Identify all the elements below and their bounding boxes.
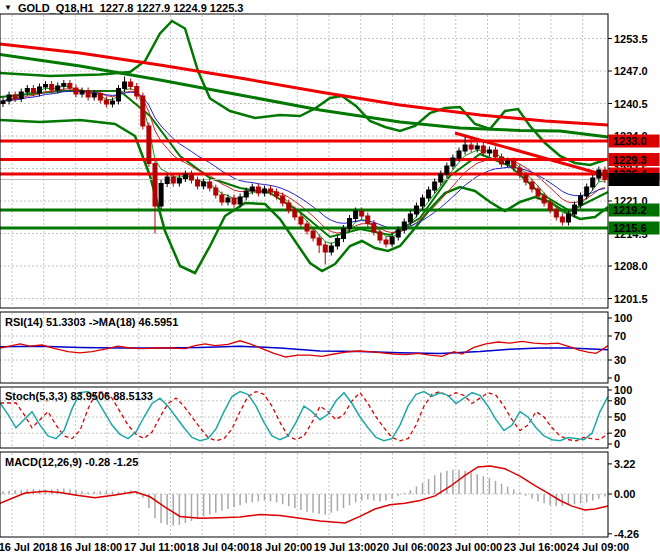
price-axis-label: 1247.0: [614, 65, 648, 77]
price-axis-label: 30: [614, 354, 626, 366]
chart-canvas[interactable]: 1253.51247.01240.51234.01227.51221.01214…: [0, 0, 660, 560]
price-axis[interactable]: 1253.51247.01240.51234.01227.51221.01214…: [608, 33, 648, 540]
price-axis-label: 1208.0: [614, 260, 648, 272]
price-axis-label: 1253.5: [614, 33, 648, 45]
trading-chart-window: 1253.51247.01240.51234.01227.51221.01214…: [0, 0, 660, 560]
stochastic-indicator-label: Stoch(5,3,3) 83.9506 88.5133: [5, 390, 153, 402]
rsi-indicator-label: RSI(14) 51.3303 ->MA(18) 46.5951: [5, 316, 178, 328]
time-axis-label: 17 Jul 11:00: [124, 541, 186, 553]
price-axis-label: 1240.5: [614, 98, 648, 110]
chart-symbol-label: GOLD_Q18,H1: [18, 2, 94, 14]
time-axis-label: 18 Jul 04:00: [187, 541, 249, 553]
price-level-lines[interactable]: [0, 133, 608, 228]
symbol-dropdown-icon[interactable]: ▼: [4, 4, 12, 12]
time-axis-label: 16 Jul 2018: [0, 541, 57, 553]
price-badge-label: 1233.0: [613, 135, 647, 147]
time-axis-label: 24 Jul 09:00: [567, 541, 629, 553]
price-badge-label: 1215.6: [613, 222, 647, 234]
macd-indicator-label: MACD(12,26,9) -0.28 -1.25: [5, 456, 138, 468]
time-axis-label: 23 Jul 00:00: [440, 541, 502, 553]
chart-ohlc-values: 1227.8 1227.9 1224.9 1225.3: [100, 2, 244, 14]
time-axis-label: 19 Jul 13:00: [314, 541, 376, 553]
price-axis-label: 0.00: [614, 488, 635, 500]
price-badge-label: 1225.3: [613, 174, 647, 186]
time-axis-label: 18 Jul 20:00: [250, 541, 312, 553]
rsi-pane-series: [0, 341, 608, 357]
price-badge-label: 1219.2: [613, 204, 647, 216]
price-axis-label: 0: [614, 438, 620, 450]
price-axis-label: 3.22: [614, 458, 635, 470]
time-axis[interactable]: 16 Jul 201816 Jul 18:0017 Jul 11:0018 Ju…: [0, 541, 629, 553]
time-axis-label: 16 Jul 18:00: [60, 541, 122, 553]
time-axis-label: 23 Jul 16:00: [504, 541, 566, 553]
price-axis-label: 80: [614, 395, 626, 407]
price-badges[interactable]: 1233.01229.31226.41225.31219.21215.6: [609, 135, 660, 235]
price-badge-label: 1229.3: [613, 154, 647, 166]
time-axis-label: 20 Jul 06:00: [377, 541, 439, 553]
price-axis-label: 100: [614, 312, 632, 324]
price-axis-label: 1201.5: [614, 293, 648, 305]
chart-title-bar: ▼ GOLD_Q18,H1 1227.8 1227.9 1224.9 1225.…: [4, 2, 243, 14]
moving-averages-and-bands: [0, 21, 608, 273]
price-axis-label: 50: [614, 411, 626, 423]
macd-pane-series: [0, 466, 608, 526]
price-axis-label: 70: [614, 330, 626, 342]
price-axis-label: 0: [614, 372, 620, 384]
price-axis-label: -4.26: [614, 528, 639, 540]
